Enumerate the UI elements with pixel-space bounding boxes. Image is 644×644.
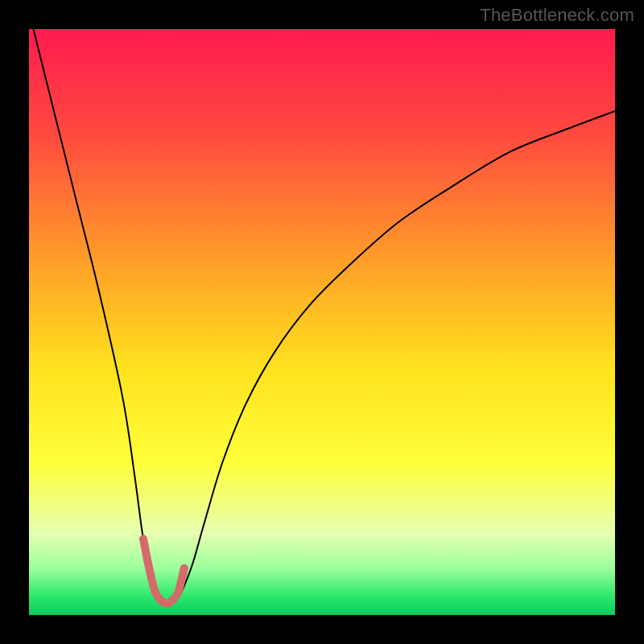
watermark-text: TheBottleneck.com [480,5,634,26]
bottleneck-curve [29,29,615,603]
plot-area [29,29,615,615]
curve-layer [29,29,615,615]
chart-frame: TheBottleneck.com [0,0,644,644]
valley-highlight [143,539,184,603]
